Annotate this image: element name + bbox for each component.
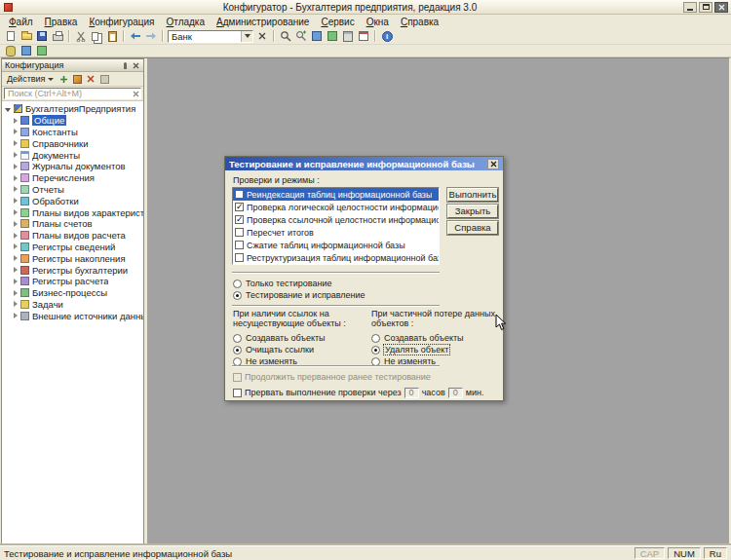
radio-test-and-repair[interactable]: Тестирование и исправление (233, 289, 366, 301)
checkbox-unchecked-icon[interactable] (235, 228, 244, 237)
checkbox-unchecked-icon[interactable] (235, 190, 244, 199)
expander-icon[interactable] (14, 313, 18, 318)
radio-off-icon[interactable] (233, 280, 242, 288)
checkbox-checked-icon[interactable] (235, 203, 244, 211)
expander-icon[interactable] (14, 129, 18, 134)
menu-edit[interactable]: Правка (39, 16, 84, 28)
tree-item-accumulation-registers[interactable]: Регистры накопления (2, 252, 143, 264)
menu-administration[interactable]: Администрирование (211, 16, 315, 28)
copy-button[interactable] (89, 29, 104, 43)
combo-clear-button[interactable] (254, 29, 270, 43)
help-button[interactable]: Справка (447, 221, 498, 235)
panel-close-button[interactable] (131, 60, 140, 70)
edit-button[interactable] (71, 73, 83, 85)
check-item-restructure-tables[interactable]: Реструктуризация таблиц информационной б… (233, 251, 439, 264)
expander-icon[interactable] (14, 255, 18, 261)
tree-item-catalogs[interactable]: Справочники (2, 137, 143, 149)
tree-item-general[interactable]: Общие (2, 115, 143, 127)
tree-item-tasks[interactable]: Задачи (2, 299, 143, 311)
search-clear-button[interactable] (131, 89, 140, 98)
checkbox-unchecked-icon[interactable] (235, 241, 244, 249)
print-button[interactable] (50, 29, 65, 43)
tree-item-accounting-registers[interactable]: Регистры бухгалтерии (2, 264, 143, 276)
tree-item-data-processors[interactable]: Обработки (2, 195, 143, 206)
hours-field[interactable]: 0 (404, 388, 419, 398)
check-item-recalc-totals[interactable]: Пересчет итогов (233, 226, 439, 239)
update-db-config-button[interactable] (34, 46, 50, 56)
expander-icon[interactable] (14, 267, 18, 273)
tree-item-characteristic-types[interactable]: Планы видов характеристик (2, 206, 143, 218)
tree-item-documents[interactable]: Документы (2, 149, 143, 161)
panel-pin-button[interactable] (120, 60, 130, 70)
add-button[interactable] (58, 73, 69, 85)
check-item-reference-integrity[interactable]: Проверка ссылочной целостности информаци… (233, 213, 439, 226)
radio-clear-refs[interactable]: Очищать ссылки (233, 344, 367, 355)
expander-icon[interactable] (14, 301, 18, 307)
undo-button[interactable] (128, 29, 143, 43)
expander-icon[interactable] (14, 186, 18, 192)
check-item-compress-tables[interactable]: Сжатие таблиц информационной базы (233, 239, 439, 251)
panel-splitter[interactable] (144, 58, 147, 544)
close-dialog-button[interactable]: Закрыть (447, 205, 498, 218)
menu-help[interactable]: Справка (395, 16, 444, 28)
menu-configuration[interactable]: Конфигурация (83, 16, 160, 28)
radio-on-icon[interactable] (371, 346, 380, 355)
save-button[interactable] (34, 29, 50, 43)
search-input[interactable]: Поиск (Ctrl+Alt+M) (4, 88, 141, 99)
radio-delete-object[interactable]: Удалять объект (371, 344, 498, 355)
menu-windows[interactable]: Окна (361, 16, 395, 28)
find-next-button[interactable] (293, 29, 309, 43)
tree-item-calculation-registers[interactable]: Регистры расчета (2, 276, 143, 287)
calendar-button[interactable] (356, 29, 371, 43)
tree-item-charts-of-accounts[interactable]: Планы счетов (2, 218, 143, 230)
new-document-button[interactable] (3, 29, 19, 43)
expander-icon[interactable] (14, 175, 18, 181)
calculator-button[interactable] (340, 29, 356, 43)
run-check-button[interactable] (325, 29, 340, 43)
check-item-logical-integrity[interactable]: Проверка логической целостности информац… (233, 201, 439, 213)
minutes-field[interactable]: 0 (448, 388, 463, 398)
tree-item-business-processes[interactable]: Бизнес-процессы (2, 287, 143, 299)
checkbox-unchecked-icon[interactable] (235, 253, 244, 262)
tree-item-document-journals[interactable]: Журналы документов (2, 161, 143, 172)
open-configuration-button[interactable] (3, 46, 19, 56)
about-button[interactable] (379, 29, 395, 43)
close-button[interactable] (714, 2, 728, 13)
expander-icon[interactable] (14, 118, 18, 124)
radio-on-icon[interactable] (233, 291, 242, 300)
redo-button[interactable] (143, 29, 159, 43)
quick-select-combo[interactable]: Банк (168, 30, 253, 43)
syntax-check-button[interactable] (309, 29, 325, 43)
tree-item-external-data-sources[interactable]: Внешние источники данных (2, 310, 143, 321)
check-item-reindex[interactable]: Реиндексация таблиц информационной базы (233, 188, 439, 201)
tree-item-constants[interactable]: Константы (2, 127, 143, 138)
paste-button[interactable] (104, 29, 120, 43)
more-button[interactable] (98, 73, 110, 85)
dialog-close-button[interactable] (487, 159, 499, 169)
expander-icon[interactable] (14, 221, 18, 227)
expander-icon[interactable] (14, 209, 18, 215)
expander-icon[interactable] (14, 198, 18, 204)
expander-icon[interactable] (14, 140, 18, 146)
radio-test-only[interactable]: Только тестирование (233, 278, 331, 289)
expander-icon[interactable] (14, 290, 18, 296)
expander-icon[interactable] (14, 152, 18, 158)
expander-icon[interactable] (14, 164, 18, 169)
find-button[interactable] (278, 29, 293, 43)
checkbox-checked-icon[interactable] (235, 215, 244, 224)
radio-create-objects-2[interactable]: Создавать объекты (371, 332, 498, 344)
expander-icon[interactable] (14, 243, 18, 249)
actions-menu-button[interactable]: Действия (5, 74, 56, 84)
checkbox-unchecked-icon[interactable] (233, 389, 242, 397)
minimize-button[interactable] (683, 2, 697, 13)
radio-off-icon[interactable] (371, 334, 380, 343)
radio-create-objects[interactable]: Создавать объекты (233, 332, 367, 344)
tree-item-reports[interactable]: Отчеты (2, 184, 143, 196)
expander-icon[interactable] (14, 233, 18, 239)
tree-item-calculation-types[interactable]: Планы видов расчета (2, 230, 143, 242)
delete-button[interactable] (85, 73, 96, 85)
execute-button[interactable]: Выполнить (447, 188, 498, 202)
radio-off-icon[interactable] (233, 334, 242, 343)
open-button[interactable] (19, 29, 34, 43)
expander-expanded-icon[interactable] (5, 108, 11, 112)
